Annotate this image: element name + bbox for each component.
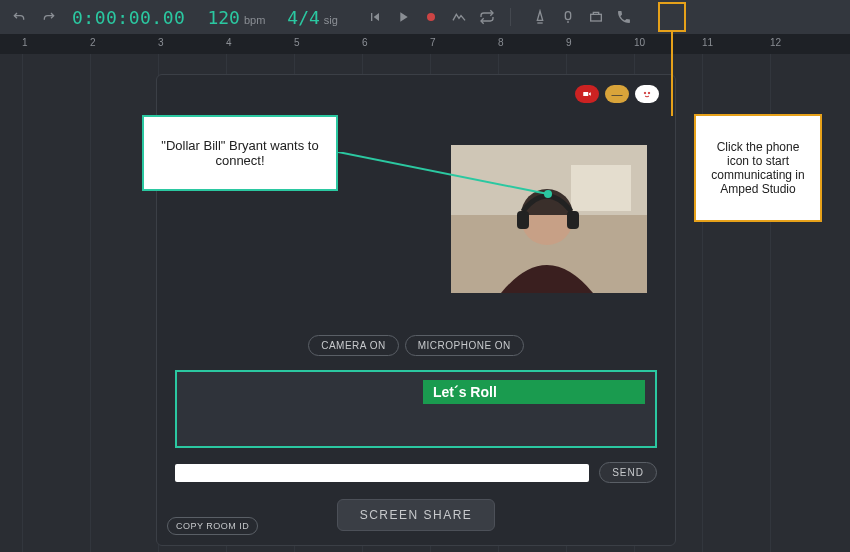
minimize-pill-icon[interactable]: — — [605, 85, 629, 103]
svg-rect-7 — [571, 165, 631, 211]
timeline-ruler[interactable]: 123456789101112 — [0, 34, 850, 54]
snap-button[interactable] — [585, 6, 607, 28]
rewind-button[interactable] — [364, 6, 386, 28]
metronome-button[interactable] — [529, 6, 551, 28]
screen-share-button[interactable]: SCREEN SHARE — [337, 499, 496, 531]
toolbar-separator — [510, 8, 511, 26]
tempo-value: 120 — [207, 7, 240, 28]
svg-point-4 — [648, 92, 650, 94]
camera-pill-icon[interactable] — [575, 85, 599, 103]
chat-log[interactable]: Let´s Roll — [175, 370, 657, 448]
ruler-tick: 3 — [158, 37, 164, 48]
svg-rect-10 — [567, 211, 579, 229]
microphone-toggle[interactable]: Microphone On — [405, 335, 524, 356]
signature-value: 4/4 — [287, 7, 320, 28]
undo-button[interactable] — [8, 6, 30, 28]
chat-message-incoming: Let´s Roll — [423, 380, 645, 404]
callout-phone-hint-text: Click the phone icon to start communicat… — [704, 140, 812, 196]
phone-button[interactable] — [613, 6, 635, 28]
ruler-tick: 5 — [294, 37, 300, 48]
svg-rect-2 — [583, 92, 588, 96]
record-button[interactable] — [420, 6, 442, 28]
callout-connect: "Dollar Bill" Bryant wants to connect! — [142, 115, 338, 191]
ruler-tick: 2 — [90, 37, 96, 48]
top-toolbar: 0:00:00.00 120 bpm 4/4 sig — [0, 0, 850, 34]
ruler-tick: 6 — [362, 37, 368, 48]
loop-button[interactable] — [476, 6, 498, 28]
ruler-tick: 9 — [566, 37, 572, 48]
transport-controls — [364, 6, 498, 28]
grid-line — [90, 54, 91, 552]
grid-line — [22, 54, 23, 552]
signature-unit: sig — [324, 14, 338, 26]
send-button[interactable]: SEND — [599, 462, 657, 483]
copy-room-id-button[interactable]: COPY ROOM ID — [167, 517, 258, 535]
redo-button[interactable] — [38, 6, 60, 28]
svg-point-3 — [644, 92, 646, 94]
play-button[interactable] — [392, 6, 414, 28]
ruler-tick: 12 — [770, 37, 781, 48]
time-signature-control[interactable]: 4/4 sig — [287, 7, 338, 28]
ruler-tick: 10 — [634, 37, 645, 48]
ruler-tick: 7 — [430, 37, 436, 48]
face-pill-icon[interactable] — [635, 85, 659, 103]
tempo-unit: bpm — [244, 14, 265, 26]
ruler-tick: 8 — [498, 37, 504, 48]
camera-toggle[interactable]: Camera On — [308, 335, 399, 356]
callout-phone-hint: Click the phone icon to start communicat… — [694, 114, 822, 222]
svg-rect-1 — [591, 14, 602, 21]
media-toggles: Camera On Microphone On — [308, 335, 524, 356]
chat-input[interactable] — [175, 464, 589, 482]
callout-connect-text: "Dollar Bill" Bryant wants to connect! — [154, 138, 326, 168]
toolbar-right — [529, 6, 635, 28]
time-display[interactable]: 0:00:00.00 — [72, 7, 185, 28]
automation-button[interactable] — [448, 6, 470, 28]
tempo-control[interactable]: 120 bpm — [207, 7, 265, 28]
webcam-placeholder — [451, 145, 647, 293]
ruler-tick: 4 — [226, 37, 232, 48]
svg-rect-9 — [517, 211, 529, 229]
chat-input-row: SEND — [175, 462, 657, 483]
mixer-button[interactable] — [557, 6, 579, 28]
svg-point-0 — [427, 13, 435, 21]
ruler-tick: 1 — [22, 37, 28, 48]
panel-top-controls: — — [575, 85, 659, 103]
remote-video[interactable] — [451, 145, 647, 293]
ruler-tick: 11 — [702, 37, 713, 48]
